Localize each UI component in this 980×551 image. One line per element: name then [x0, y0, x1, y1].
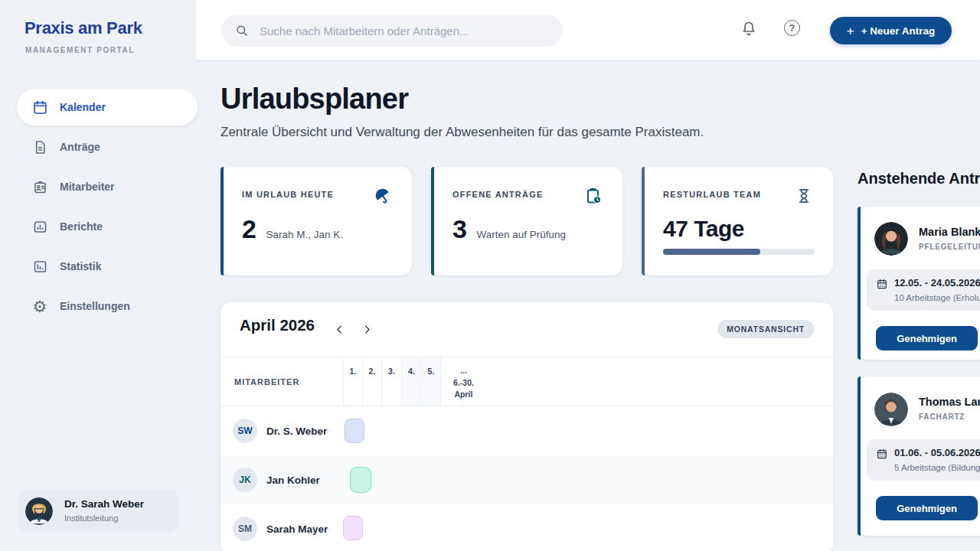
- requester-name: Thomas Lange: [919, 396, 980, 408]
- vacation-block[interactable]: [343, 516, 363, 540]
- avatar: [874, 222, 908, 256]
- day-header: 1.: [343, 357, 362, 406]
- avatar: [874, 393, 908, 426]
- accent-bar: [220, 167, 224, 276]
- accent-bar: [858, 377, 861, 536]
- stat-value: 47 Tage: [663, 216, 744, 242]
- sidebar-item-label: Einstellungen: [60, 300, 130, 312]
- stat-card-on-vacation: IM URLAUB HEUTE 2 Sarah M., Jan K.: [220, 167, 412, 276]
- request-details: 5 Arbeitstage (Bildungsurlaub): [894, 463, 980, 472]
- clipboard-clock-icon: [584, 187, 603, 205]
- sidebar-item-berichte[interactable]: Berichte: [17, 208, 198, 245]
- calendar-icon: [876, 278, 888, 290]
- requester-name: Maria Blank: [919, 226, 980, 238]
- sidebar-item-label: Kalender: [60, 101, 106, 113]
- umbrella-icon: [374, 187, 392, 205]
- vacation-calendar-card: April 2026 MONATSANSICHT MITARBEITER 1. …: [220, 302, 833, 551]
- approve-button[interactable]: Genehmigen: [876, 496, 978, 520]
- calendar-month-title: April 2026: [240, 316, 315, 334]
- sidebar-item-label: Anträge: [60, 141, 100, 153]
- search-bar: [221, 15, 563, 47]
- app-window: Praxis am Park MANAGEMENT PORTAL Kalende…: [0, 0, 980, 551]
- calendar-header-row: MITARBEITER 1. 2. 3. 4. 5. ... 6.-30. Ap…: [220, 357, 833, 406]
- stat-label: OFFENE ANTRÄGE: [452, 190, 543, 199]
- employee-name: Jan Kohler: [266, 455, 320, 504]
- sidebar-item-label: Mitarbeiter: [60, 181, 115, 193]
- sidebar-nav: Kalender Anträge Mitarbeiter Berichte St…: [0, 89, 196, 328]
- hourglass-icon: [795, 187, 813, 205]
- vacation-block[interactable]: [345, 419, 364, 443]
- sidebar-item-statistik[interactable]: Statistik: [17, 248, 198, 285]
- sidebar-item-kalender[interactable]: Kalender: [17, 89, 198, 126]
- remaining-days-progress: [663, 249, 815, 255]
- current-user-card[interactable]: Dr. Sarah Weber Institutsleitung: [17, 490, 179, 533]
- id-badge-icon: [31, 178, 49, 196]
- calendar-row-mayer: SM Sarah Mayer: [220, 504, 833, 551]
- request-card: Thomas Lange FACHARTZ 01.06. - 05.06.202…: [858, 377, 980, 536]
- avatar-initials: SW: [233, 419, 257, 443]
- progress-fill: [663, 249, 760, 255]
- next-month-button[interactable]: [357, 319, 377, 339]
- employee-name: Sarah Mayer: [266, 504, 328, 551]
- request-dates: 01.06. - 05.06.2026: [894, 447, 980, 458]
- sidebar-item-mitarbeiter[interactable]: Mitarbeiter: [17, 168, 198, 205]
- request-dates: 12.05. - 24.05.2026: [894, 277, 980, 289]
- calendar-row-weber: SW Dr. S. Weber: [220, 406, 833, 455]
- request-period-box: 12.05. - 24.05.2026 10 Arbeitstage (Erho…: [867, 269, 980, 311]
- sidebar-item-einstellungen[interactable]: ⚙ Einstellungen: [17, 288, 198, 324]
- stat-label: RESTURLAUB TEAM: [663, 190, 761, 199]
- stat-card-open-requests: OFFENE ANTRÄGE 3 Warten auf Prüfung: [431, 167, 622, 276]
- new-request-button[interactable]: + + Neuer Antrag: [830, 17, 952, 44]
- range-line: April: [441, 389, 486, 401]
- stat-value: 3: [452, 214, 466, 244]
- bell-icon: [740, 19, 758, 37]
- employee-column-header: MITARBEITER: [220, 357, 343, 406]
- brand-subtitle: MANAGEMENT PORTAL: [25, 46, 135, 54]
- plus-icon: +: [847, 24, 854, 37]
- search-icon: [235, 24, 249, 37]
- prev-month-button[interactable]: [329, 319, 349, 339]
- day-header: 2.: [362, 357, 381, 406]
- sidebar-item-label: Berichte: [60, 220, 103, 233]
- document-icon: [31, 138, 49, 156]
- vacation-block[interactable]: [350, 467, 371, 493]
- collapsed-range-header: ... 6.-30. April: [440, 357, 486, 406]
- gear-icon: ⚙: [31, 297, 49, 315]
- help-icon: ?: [784, 20, 800, 36]
- avatar-initials: JK: [233, 468, 257, 492]
- brand-title: Praxis am Park: [24, 18, 142, 38]
- requester-role: PFLEGELEITUNG: [919, 243, 980, 251]
- stat-value: 2: [242, 214, 256, 244]
- top-header: ? + + Neuer Antrag: [196, 0, 980, 60]
- user-role: Institutsleitung: [64, 514, 118, 523]
- day-header-weekend: 4.: [401, 357, 421, 406]
- help-button[interactable]: ?: [783, 19, 802, 37]
- pending-requests-title: Anstehende Anträge: [858, 170, 980, 187]
- user-name: Dr. Sarah Weber: [64, 498, 144, 510]
- calendar-row-kohler: JK Jan Kohler: [220, 455, 833, 504]
- chevron-right-icon: [361, 324, 373, 335]
- accent-bar: [642, 167, 645, 276]
- range-line: 6.-30.: [441, 377, 486, 390]
- stat-note: Sarah M., Jan K.: [266, 229, 343, 240]
- avatar-initials: SM: [233, 517, 257, 541]
- new-request-label: + Neuer Antrag: [861, 25, 936, 37]
- day-header-weekend: 5.: [421, 357, 440, 406]
- request-card: Maria Blank PFLEGELEITUNG 12.05. - 24.05…: [858, 207, 980, 360]
- month-view-badge[interactable]: MONATSANSICHT: [717, 320, 814, 338]
- calendar-icon: [876, 448, 888, 460]
- notifications-button[interactable]: [740, 19, 758, 37]
- employee-name: Dr. S. Weber: [266, 406, 327, 455]
- range-line: ...: [441, 365, 486, 377]
- sidebar-item-antraege[interactable]: Anträge: [17, 129, 198, 165]
- stat-note: Warten auf Prüfung: [476, 229, 566, 240]
- chart-icon: [31, 257, 49, 276]
- avatar: [25, 497, 53, 525]
- chevron-left-icon: [334, 324, 345, 335]
- requester-role: FACHARTZ: [919, 412, 965, 421]
- accent-bar: [858, 207, 861, 360]
- search-input[interactable]: [260, 15, 550, 47]
- report-icon: [31, 217, 49, 236]
- approve-button[interactable]: Genehmigen: [876, 326, 978, 350]
- request-period-box: 01.06. - 05.06.2026 5 Arbeitstage (Bildu…: [867, 439, 980, 481]
